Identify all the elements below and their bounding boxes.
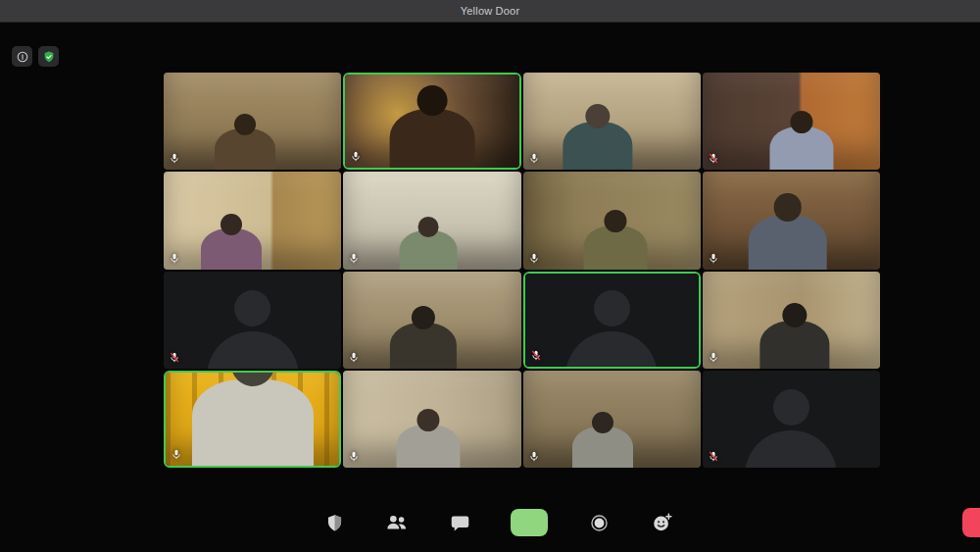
video-tile[interactable] [343, 272, 520, 369]
shield-check-icon [42, 50, 56, 64]
video-tile[interactable] [343, 172, 520, 269]
participant-figure [192, 371, 314, 468]
mic-status-icon [530, 348, 542, 363]
video-tile[interactable] [703, 272, 880, 369]
participant-figure [572, 412, 633, 468]
mic-status-icon [169, 350, 180, 365]
video-tile[interactable] [703, 371, 880, 468]
participant-figure [760, 303, 829, 369]
participant-figure [583, 210, 647, 269]
security-button[interactable] [322, 509, 346, 536]
video-grid [164, 73, 880, 468]
video-tile[interactable] [343, 73, 520, 170]
window-title: Yellow Door [461, 5, 520, 17]
mic-status-icon [528, 151, 540, 166]
meeting-info-controls [12, 46, 59, 67]
toolbar-icons [322, 509, 673, 536]
video-tile[interactable] [523, 73, 701, 170]
window-titlebar: Yellow Door [0, 0, 980, 23]
video-tile[interactable] [703, 73, 880, 170]
meeting-toolbar [0, 495, 980, 552]
participant-figure [748, 193, 827, 269]
avatar-silhouette-icon [525, 274, 699, 367]
mic-status-icon [708, 449, 719, 464]
mic-status-icon [528, 251, 540, 266]
video-tile[interactable] [164, 172, 341, 269]
chat-button[interactable] [448, 509, 471, 536]
video-tile[interactable] [164, 371, 341, 468]
mic-status-icon [169, 251, 180, 266]
mic-status-icon [350, 149, 362, 164]
participant-figure [770, 111, 834, 170]
record-icon [589, 513, 610, 533]
participant-figure [400, 217, 458, 270]
video-tile[interactable] [703, 172, 880, 269]
mic-status-icon [348, 251, 360, 266]
avatar-silhouette-icon [703, 371, 880, 468]
avatar-silhouette-icon [164, 272, 341, 369]
mic-status-icon [169, 151, 180, 166]
share-screen-button[interactable] [511, 509, 548, 536]
participants-icon [384, 512, 410, 533]
mic-status-icon [171, 447, 182, 462]
leave-meeting-button[interactable] [962, 508, 980, 537]
security-shield-icon [324, 512, 345, 534]
participants-button[interactable] [385, 509, 409, 536]
video-tile[interactable] [164, 73, 341, 170]
participant-figure [397, 409, 461, 468]
video-tile[interactable] [523, 172, 701, 269]
reactions-button[interactable] [650, 509, 673, 536]
encryption-badge-button[interactable] [38, 46, 59, 67]
participant-figure [563, 104, 632, 170]
zoom-meeting-window: Yellow Door [0, 0, 980, 552]
chat-bubble-icon [450, 513, 470, 533]
mic-status-icon [348, 350, 360, 365]
meeting-info-button[interactable] [12, 46, 32, 67]
participant-figure [390, 306, 457, 369]
record-button[interactable] [587, 509, 611, 536]
mic-status-icon [708, 350, 719, 365]
participant-figure [201, 214, 262, 270]
mic-status-icon [708, 151, 719, 166]
mic-status-icon [708, 251, 719, 266]
mic-status-icon [348, 449, 360, 464]
video-tile[interactable] [343, 371, 520, 468]
mic-status-icon [528, 449, 540, 464]
participant-figure [389, 85, 474, 170]
video-tile[interactable] [164, 272, 341, 369]
reactions-smiley-plus-icon [651, 512, 673, 533]
participant-figure [215, 114, 275, 170]
video-tile[interactable] [523, 371, 701, 468]
info-circle-icon [16, 50, 29, 64]
video-tile[interactable] [523, 272, 701, 369]
